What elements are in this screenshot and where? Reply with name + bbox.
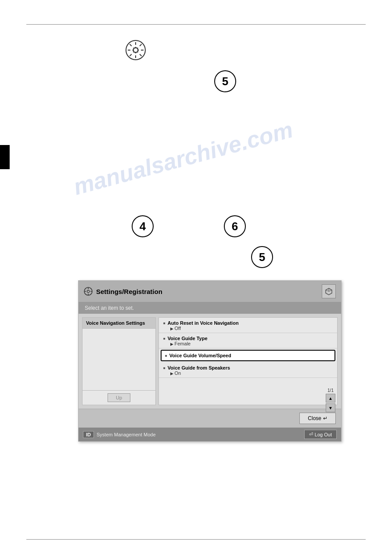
settings-item-voice-guide-type[interactable]: Voice Guide Type Female	[159, 333, 337, 348]
callout-4: 4	[132, 215, 154, 237]
svg-line-7	[140, 54, 141, 56]
settings-item-voice-guide-speakers[interactable]: Voice Guide from Speakers On	[159, 363, 337, 378]
mode-label: System Management Mode	[97, 432, 156, 437]
status-left: ID System Management Mode	[83, 431, 156, 438]
status-bar: ID System Management Mode ⏎ Log Out	[79, 428, 341, 441]
dialog-subtitle: Select an item to set.	[79, 302, 341, 314]
left-panel-footer: Up	[83, 390, 155, 405]
svg-point-17	[88, 291, 89, 292]
left-panel-title: Voice Navigation Settings	[83, 318, 155, 329]
cube-icon	[325, 287, 333, 295]
id-badge: ID	[83, 431, 94, 438]
callout-5-bottom: 5	[251, 246, 273, 268]
svg-line-9	[129, 54, 131, 56]
svg-line-8	[140, 44, 141, 46]
settings-item-label-voice-guide-type: Voice Guide Type	[163, 336, 333, 341]
dialog-footer: Close ↵	[79, 409, 341, 428]
bottom-rule	[26, 539, 366, 540]
settings-item-auto-reset[interactable]: Auto Reset in Voice Navigation Off	[159, 318, 337, 333]
settings-item-label-voice-guide-volume: Voice Guide Volume/Speed	[165, 353, 331, 358]
settings-item-value-auto-reset: Off	[163, 326, 333, 331]
scroll-down-button[interactable]: ▼	[326, 403, 335, 412]
settings-item-value-voice-guide-speakers: On	[163, 370, 333, 376]
settings-item-value-voice-guide-type: Female	[163, 341, 333, 346]
settings-dialog: Settings/Registration Select an item to …	[78, 280, 342, 442]
settings-item-voice-guide-volume[interactable]: Voice Guide Volume/Speed	[161, 350, 335, 361]
watermark: manualsarchive.com	[71, 116, 295, 200]
svg-line-6	[129, 44, 131, 46]
settings-item-label-voice-guide-speakers: Voice Guide from Speakers	[163, 365, 333, 370]
dialog-header: Settings/Registration	[79, 281, 341, 302]
dialog-title: Settings/Registration	[96, 288, 162, 295]
close-button[interactable]: Close ↵	[299, 413, 336, 424]
top-rule	[26, 24, 366, 25]
pagination-controls: 1/1 ▲ ▼	[326, 388, 335, 412]
left-panel-content	[83, 329, 155, 390]
logout-button[interactable]: ⏎ Log Out	[304, 430, 337, 439]
up-button[interactable]: Up	[108, 393, 130, 402]
page-number: 1/1	[327, 388, 334, 393]
dialog-header-left: Settings/Registration	[84, 287, 162, 296]
dialog-corner-button[interactable]	[322, 284, 336, 298]
scroll-up-button[interactable]: ▲	[326, 394, 335, 403]
sidebar-tab	[0, 145, 10, 169]
svg-line-21	[326, 290, 329, 291]
svg-point-10	[134, 48, 137, 52]
right-panel: Auto Reset in Voice Navigation Off Voice…	[158, 317, 338, 405]
svg-line-20	[329, 290, 332, 291]
close-arrow-icon: ↵	[323, 415, 327, 421]
settings-item-label-auto-reset: Auto Reset in Voice Navigation	[163, 320, 333, 326]
settings-icon-top	[125, 40, 146, 61]
dialog-body: Voice Navigation Settings Up Auto Reset …	[79, 314, 341, 409]
logout-icon: ⏎	[309, 432, 313, 437]
left-panel: Voice Navigation Settings Up	[82, 317, 156, 405]
dialog-settings-icon	[84, 287, 93, 296]
callout-6: 6	[224, 215, 246, 237]
callout-5-top: 5	[214, 70, 236, 92]
